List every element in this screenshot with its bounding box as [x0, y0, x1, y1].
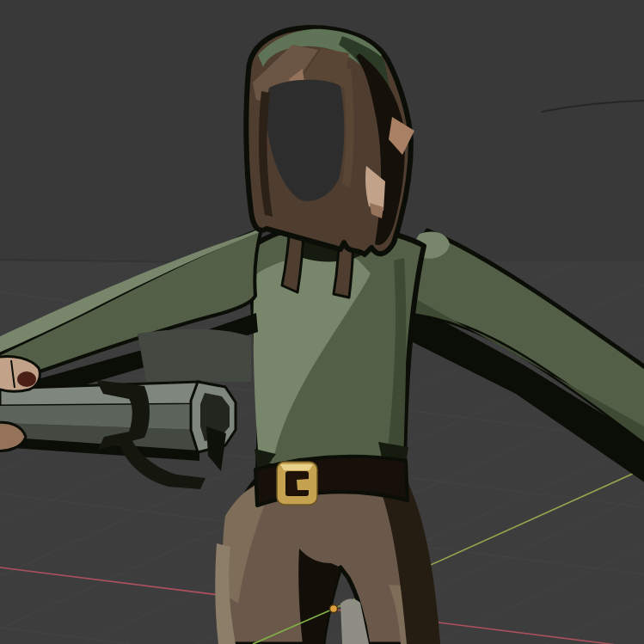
torso	[247, 220, 424, 478]
buckle-highlight	[280, 464, 313, 470]
thumb-nail	[17, 371, 36, 387]
belt-buckle	[277, 462, 317, 505]
object-back-part	[138, 329, 251, 382]
head	[246, 28, 414, 255]
viewport-canvas[interactable]	[0, 0, 644, 644]
viewport-window[interactable]	[0, 0, 644, 644]
origin-point-dot[interactable]	[330, 605, 338, 613]
buckle-prong	[297, 479, 309, 490]
